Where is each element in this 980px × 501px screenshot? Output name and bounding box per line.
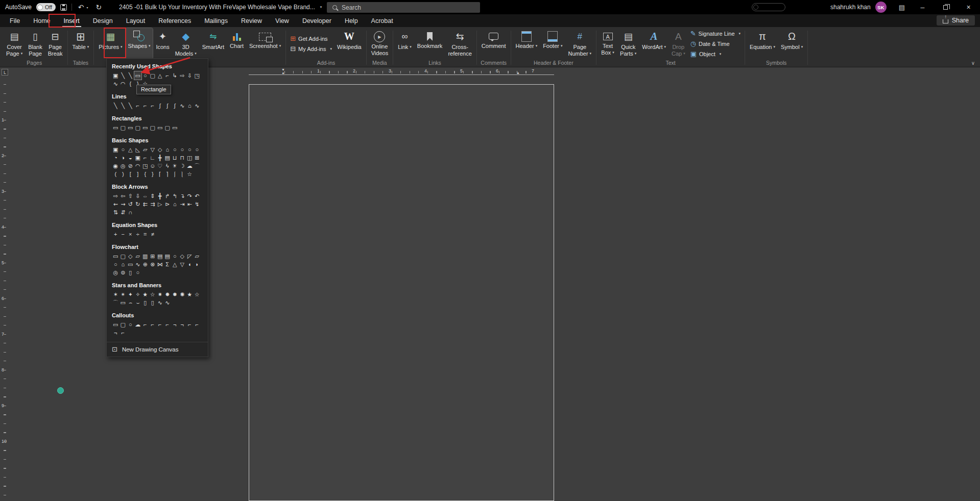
shape-cell[interactable]: ¬ bbox=[179, 320, 186, 329]
button-quick-parts[interactable]: ▤QuickParts▾ bbox=[617, 28, 639, 59]
shape-cell[interactable]: ╋ bbox=[156, 192, 164, 200]
shape-cell[interactable]: ⌢ bbox=[127, 298, 134, 307]
shape-cell[interactable]: ∟ bbox=[149, 154, 157, 162]
shape-cell[interactable]: ✷ bbox=[156, 290, 164, 298]
button-get-add-ins[interactable]: ⊞Get Add-ins bbox=[288, 34, 334, 43]
button-cover-page[interactable]: ▤CoverPage▾ bbox=[4, 28, 25, 59]
shape-cell[interactable]: ⌐ bbox=[186, 320, 194, 329]
shape-cell[interactable]: ⌐ bbox=[194, 320, 201, 329]
button-bookmark[interactable]: Bookmark bbox=[415, 28, 445, 59]
shape-cell[interactable]: ▤ bbox=[164, 154, 172, 162]
shape-cell[interactable]: ⌂ bbox=[164, 145, 172, 154]
shape-cell[interactable]: ↶ bbox=[194, 192, 201, 200]
shape-cell[interactable]: [ bbox=[127, 170, 134, 178]
tab-help[interactable]: Help bbox=[338, 14, 365, 27]
shape-cell[interactable]: ☆ bbox=[194, 290, 201, 298]
shape-cell[interactable]: ⇨ bbox=[112, 192, 119, 200]
shape-cell[interactable]: ⌐ bbox=[164, 320, 172, 329]
shape-cell[interactable]: ∿ bbox=[179, 102, 186, 110]
shape-cell[interactable]: − bbox=[119, 230, 127, 238]
button-symbol[interactable]: ΩSymbol▾ bbox=[778, 28, 805, 59]
shape-cell[interactable]: ◎ bbox=[112, 268, 119, 277]
shape-cell[interactable]: △ bbox=[171, 260, 179, 268]
shape-cell[interactable]: ☆ bbox=[149, 290, 157, 298]
shape-cell[interactable]: ☺ bbox=[149, 162, 157, 170]
tab-review[interactable]: Review bbox=[234, 14, 269, 27]
avatar[interactable]: SK bbox=[875, 2, 887, 13]
shape-cell[interactable]: ∿ bbox=[194, 102, 201, 110]
undo-dropdown-icon[interactable]: ▾ bbox=[87, 6, 88, 9]
shape-cell[interactable]: ⎰ bbox=[171, 170, 179, 178]
shape-cell[interactable]: ⌉ bbox=[164, 170, 172, 178]
shape-cell[interactable]: ▯ bbox=[141, 298, 149, 307]
shape-cell[interactable]: ] bbox=[134, 170, 142, 178]
close-button[interactable]: × bbox=[957, 0, 980, 14]
shape-cell[interactable]: ◔ bbox=[112, 154, 119, 162]
shape-cell[interactable]: △ bbox=[156, 71, 164, 80]
shape-cell[interactable]: ¬ bbox=[112, 329, 119, 337]
shape-cell[interactable]: ∿ bbox=[164, 298, 172, 307]
shape-cell[interactable]: ▢ bbox=[164, 123, 172, 132]
shape-cell[interactable]: ★ bbox=[141, 290, 149, 298]
tab-insert[interactable]: Insert bbox=[57, 14, 86, 27]
shape-cell[interactable]: ⋈ bbox=[156, 260, 164, 268]
floating-assistant-icon[interactable] bbox=[57, 387, 64, 394]
button-icons[interactable]: ✦Icons bbox=[153, 28, 172, 59]
shape-cell[interactable]: ✶ bbox=[112, 290, 119, 298]
shape-cell[interactable]: ▣ bbox=[134, 154, 142, 162]
shape-cell[interactable]: ▭ bbox=[119, 298, 127, 307]
tab-mailings[interactable]: Mailings bbox=[198, 14, 234, 27]
button-online-videos[interactable]: ▶OnlineVideos bbox=[369, 28, 391, 59]
shape-cell[interactable]: ✹ bbox=[171, 290, 179, 298]
shape-cell[interactable]: ( bbox=[112, 170, 119, 178]
shape-cell[interactable]: ÷ bbox=[134, 230, 142, 238]
shape-cell[interactable]: ○ bbox=[186, 145, 194, 154]
new-drawing-canvas-item[interactable]: ⊡ New Drawing Canvas bbox=[107, 342, 208, 357]
shape-cell[interactable]: ◠ bbox=[119, 80, 127, 88]
share-button[interactable]: Share bbox=[937, 15, 975, 26]
button-3d-models[interactable]: ◆3DModels▾ bbox=[173, 28, 199, 59]
shape-cell[interactable]: ♡ bbox=[156, 162, 164, 170]
shape-cell[interactable]: ʃ bbox=[164, 102, 172, 110]
shape-cell[interactable]: ▱ bbox=[194, 252, 201, 260]
shape-cell[interactable]: ⊕ bbox=[141, 260, 149, 268]
shape-cell[interactable]: ⌐ bbox=[149, 320, 157, 329]
shape-cell[interactable]: △ bbox=[127, 145, 134, 154]
shape-cell[interactable]: ⌒ bbox=[194, 162, 201, 170]
tab-layout[interactable]: Layout bbox=[119, 14, 152, 27]
left-indent-marker-bottom[interactable]: ▲ bbox=[281, 71, 285, 74]
button-smartart[interactable]: ⇋SmartArt bbox=[200, 28, 227, 59]
shape-cell[interactable]: ○ bbox=[141, 71, 149, 80]
shape-cell[interactable]: ▽ bbox=[179, 260, 186, 268]
shape-cell[interactable]: ↳ bbox=[171, 71, 179, 80]
button-wordart[interactable]: AWordArt▾ bbox=[639, 28, 668, 59]
shape-cell[interactable]: { bbox=[127, 80, 134, 88]
shape-cell[interactable]: ⇩ bbox=[134, 192, 142, 200]
shape-cell[interactable]: ⌂ bbox=[119, 260, 127, 268]
shape-cell[interactable]: ⌐ bbox=[156, 320, 164, 329]
shape-cell[interactable]: ⌐ bbox=[141, 102, 149, 110]
shape-cell[interactable]: ▯ bbox=[127, 268, 134, 277]
shape-cell[interactable]: ☆ bbox=[186, 170, 194, 178]
shape-cell[interactable]: ▷ bbox=[156, 200, 164, 208]
shape-cell[interactable]: ↴ bbox=[179, 192, 186, 200]
shape-cell[interactable]: ◑ bbox=[119, 154, 127, 162]
shape-cell[interactable]: ▣ bbox=[112, 71, 119, 80]
shape-cell[interactable]: ⌒ bbox=[112, 298, 119, 307]
shape-cell[interactable]: ⌐ bbox=[141, 154, 149, 162]
shape-cell[interactable]: ⇅ bbox=[112, 208, 119, 216]
ribbon-collapse-icon[interactable]: ∨ bbox=[971, 60, 975, 66]
shape-cell[interactable]: { bbox=[141, 170, 149, 178]
shape-cell[interactable]: ◖ bbox=[186, 260, 194, 268]
shape-cell[interactable]: ◇ bbox=[179, 252, 186, 260]
shape-cell[interactable]: ╲ bbox=[127, 71, 134, 80]
shape-cell[interactable]: ⇦ bbox=[119, 192, 127, 200]
shape-cell[interactable]: ▤ bbox=[156, 252, 164, 260]
shape-cell[interactable]: } bbox=[149, 170, 157, 178]
ribbon-display-options-icon[interactable]: ▤ bbox=[893, 4, 911, 11]
shape-cell[interactable]: ▤ bbox=[164, 252, 172, 260]
shape-cell[interactable]: ◉ bbox=[112, 162, 119, 170]
shape-cell[interactable]: ☁ bbox=[186, 162, 194, 170]
shape-cell[interactable]: = bbox=[141, 230, 149, 238]
shape-cell[interactable]: ✴ bbox=[119, 290, 127, 298]
